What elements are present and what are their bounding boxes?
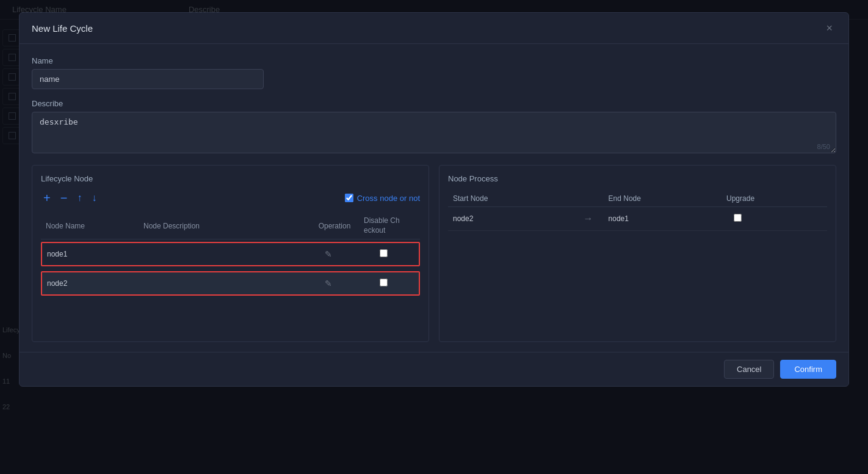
describe-group: Describe desxribe 8/50 xyxy=(32,99,836,155)
node-process-panel: Node Process Start Node End Node Upgrade xyxy=(439,165,836,342)
node-process-table: Start Node End Node Upgrade node2 → xyxy=(448,191,827,231)
node1-disable-col xyxy=(353,249,414,259)
close-button[interactable]: × xyxy=(822,21,836,35)
node-table-body: node1 ✎ xyxy=(41,239,420,299)
lifecycle-node-panel: Lifecycle Node + − ↑ ↓ Cross node or not xyxy=(32,165,429,342)
node-process-title: Node Process xyxy=(448,174,827,183)
modal-overlay: New Life Cycle × Name Describe desxribe … xyxy=(0,0,868,474)
node2-name: node2 xyxy=(47,279,145,288)
modal: New Life Cycle × Name Describe desxribe … xyxy=(19,12,849,387)
arrow-right-icon: → xyxy=(584,213,593,224)
np-col-start: Start Node xyxy=(448,191,573,207)
move-down-button[interactable]: ↓ xyxy=(89,192,99,204)
np-table-header: Start Node End Node Upgrade xyxy=(448,191,827,207)
cross-node-label: Cross node or not xyxy=(345,194,420,203)
cancel-button[interactable]: Cancel xyxy=(724,360,774,379)
np-start-node: node2 xyxy=(448,207,573,231)
cross-node-checkbox[interactable] xyxy=(345,194,353,202)
np-arrow-cell: → xyxy=(573,207,604,231)
confirm-button[interactable]: Confirm xyxy=(780,360,836,379)
node1-edit-col: ✎ xyxy=(304,249,353,259)
remove-node-button[interactable]: − xyxy=(58,191,70,205)
char-count: 8/50 xyxy=(817,143,830,150)
cross-node-text: Cross node or not xyxy=(357,194,420,203)
modal-header: New Life Cycle × xyxy=(20,13,848,44)
np-table-body: node2 → node1 xyxy=(448,207,827,231)
np-col-end: End Node xyxy=(604,191,722,207)
add-node-button[interactable]: + xyxy=(41,191,53,205)
col-node-desc: Node Description xyxy=(139,213,310,239)
node1-edit-icon[interactable]: ✎ xyxy=(325,249,332,259)
name-input[interactable] xyxy=(32,69,264,89)
col-node-name: Node Name xyxy=(41,213,139,239)
lifecycle-node-title: Lifecycle Node xyxy=(41,174,420,183)
node2-disable-checkbox[interactable] xyxy=(380,279,388,286)
col-disable-checkout: Disable Checkout xyxy=(359,213,420,239)
node1-name: node1 xyxy=(47,250,145,258)
np-end-node: node1 xyxy=(604,207,722,231)
panels-row: Lifecycle Node + − ↑ ↓ Cross node or not xyxy=(32,165,836,342)
node-table: Node Name Node Description Operation Dis… xyxy=(41,213,420,298)
name-group: Name xyxy=(32,56,836,89)
np-upgrade-cell xyxy=(722,207,827,231)
node2-edit-col: ✎ xyxy=(304,279,353,288)
node-table-header: Node Name Node Description Operation Dis… xyxy=(41,213,420,239)
np-col-arrow-spacer xyxy=(573,191,604,207)
modal-title: New Life Cycle xyxy=(32,23,93,34)
table-row: node2 → node1 xyxy=(448,207,827,231)
modal-footer: Cancel Confirm xyxy=(20,352,848,386)
np-upgrade-checkbox[interactable] xyxy=(734,214,742,222)
np-col-upgrade: Upgrade xyxy=(722,191,827,207)
node2-edit-icon[interactable]: ✎ xyxy=(325,279,332,288)
textarea-wrapper: desxribe 8/50 xyxy=(32,112,836,155)
col-operation: Operation xyxy=(310,213,359,239)
node-row-1: node1 ✎ xyxy=(41,242,420,266)
node2-disable-col xyxy=(353,279,414,288)
name-label: Name xyxy=(32,56,836,65)
describe-textarea[interactable]: desxribe xyxy=(32,112,836,153)
move-up-button[interactable]: ↑ xyxy=(74,192,84,204)
describe-label: Describe xyxy=(32,99,836,108)
node-toolbar: + − ↑ ↓ Cross node or not xyxy=(41,191,420,205)
node1-disable-checkbox[interactable] xyxy=(380,249,388,257)
node-row-2: node2 ✎ xyxy=(41,271,420,296)
table-row: node1 ✎ xyxy=(41,239,420,269)
table-row: node2 ✎ xyxy=(41,269,420,298)
modal-body: Name Describe desxribe 8/50 Lifecycle No… xyxy=(20,44,848,352)
